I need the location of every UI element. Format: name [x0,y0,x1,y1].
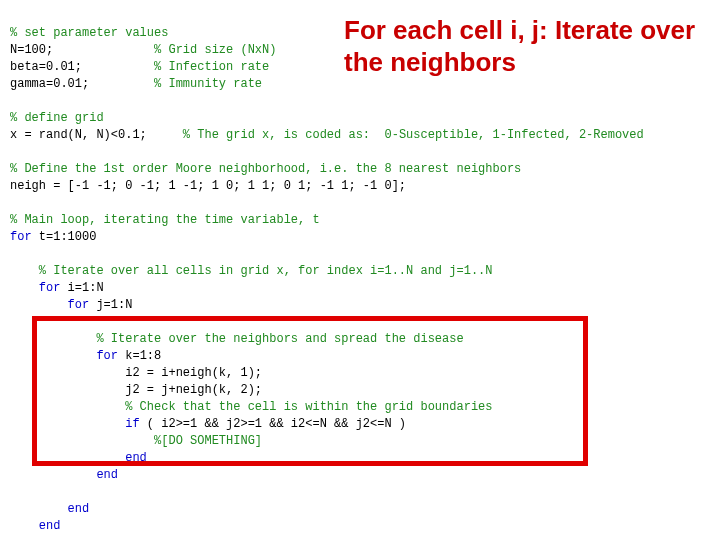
code-comment: % Grid size (NxN) [154,43,276,57]
code-comment: % Iterate over all cells in grid x, for … [10,264,492,278]
code-text: k=1:8 [118,349,161,363]
code-keyword: end [10,519,60,533]
code-comment: % Infection rate [154,60,269,74]
code-comment: % Iterate over the neighbors and spread … [10,332,464,346]
code-keyword: for [10,349,118,363]
code-keyword: end [10,468,118,482]
code-block: % set parameter values N=100; % Grid siz… [10,8,644,540]
slide-page: % set parameter values N=100; % Grid siz… [0,0,720,540]
code-text: gamma=0.01; [10,77,89,91]
code-keyword: for [10,230,32,244]
code-text: j2 = j+neigh(k, 2); [10,383,262,397]
code-comment: % Main loop, iterating the time variable… [10,213,320,227]
code-comment: % The grid x, is coded as: 0-Susceptible… [183,128,644,142]
code-comment: %[DO SOMETHING] [10,434,262,448]
code-comment: % Check that the cell is within the grid… [10,400,492,414]
code-comment: % Define the 1st order Moore neighborhoo… [10,162,521,176]
code-comment: % define grid [10,111,104,125]
code-text: ( i2>=1 && j2>=1 && i2<=N && j2<=N ) [140,417,406,431]
code-text: beta=0.01; [10,60,82,74]
code-text: j=1:N [89,298,132,312]
slide-headline: For each cell i, j: Iterate over the nei… [340,12,708,80]
code-text: x = rand(N, N)<0.1; [10,128,147,142]
code-text: neigh = [-1 -1; 0 -1; 1 -1; 1 0; 1 1; 0 … [10,179,406,193]
code-text: N=100; [10,43,53,57]
code-keyword: for [10,298,89,312]
code-keyword: if [10,417,140,431]
code-comment: % set parameter values [10,26,168,40]
code-text: i2 = i+neigh(k, 1); [10,366,262,380]
code-keyword: end [10,502,89,516]
code-text: t=1:1000 [32,230,97,244]
code-keyword: end [10,451,147,465]
code-keyword: for [10,281,60,295]
code-text: i=1:N [60,281,103,295]
code-comment: % Immunity rate [154,77,262,91]
